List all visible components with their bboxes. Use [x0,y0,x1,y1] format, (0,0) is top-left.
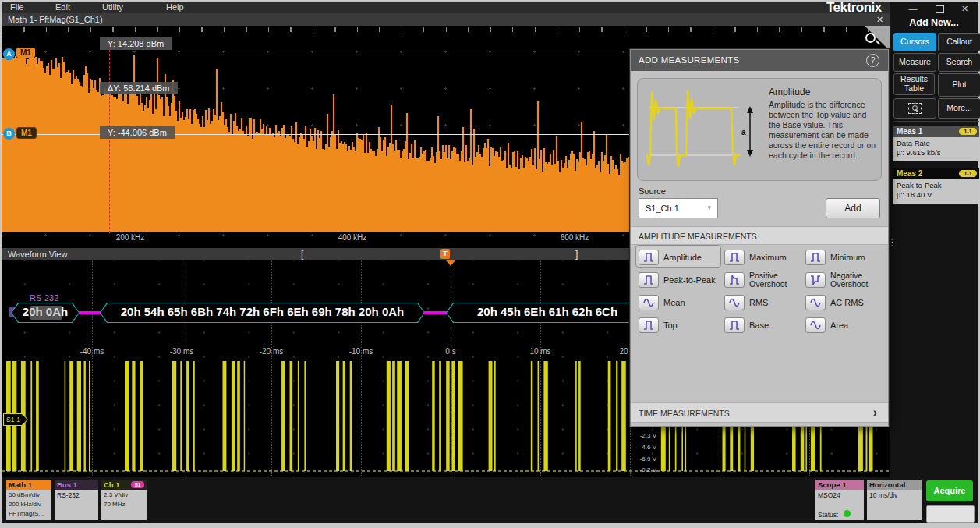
waveform-view-title: Waveform View [8,250,67,259]
ch1-bandwidth: 70 MHz [104,501,126,508]
scope1-badge[interactable]: Scope 1 MSO24 Status: [815,480,864,520]
base-glyph-icon [724,317,745,333]
measurement-label: Maximum [749,253,787,262]
measurement-label: Mean [663,299,685,307]
restore-icon[interactable] [936,5,944,13]
sidebar-zoom-tool-button[interactable] [893,98,936,119]
measurement-mean[interactable]: Mean [639,293,720,312]
help-icon[interactable]: ? [866,54,879,67]
sidebar-plot-button[interactable]: Plot [938,73,980,97]
menu-utility[interactable]: Utility [102,2,123,12]
time-tick-label: 0 s [429,347,472,356]
meas1-badge[interactable]: Meas 1 1-1 Data Rate µ': 9.615 kb/s [893,126,979,161]
zoom-tool-icon [908,103,922,114]
fft-view-title-bar[interactable]: Math 1- FftMag(S1_Ch1) ✕ [2,13,890,27]
source-dropdown[interactable]: S1_Ch 1 ▾ [639,198,718,218]
cursor-b-readout: Y: -44.006 dBm [100,126,175,139]
measurement-ac-rms[interactable]: AC RMS [805,293,886,312]
measurement-negative-overshoot[interactable]: Negative Overshoot [805,271,886,289]
meas2-badge[interactable]: Meas 2 1-1 Peak-to-Peak µ': 18.40 V [893,168,979,204]
cursor-a-source-badge: M1 [16,48,35,58]
sidebar-search-button[interactable]: Search [938,53,980,72]
sidebar-measure-button[interactable]: Measure [893,53,936,72]
math1-scale: 50 dBm/div [9,491,40,498]
settings-bar: Math 1 50 dBm/div 200 kHz/div FFTmag(S..… [2,477,978,523]
minimize-icon[interactable]: — [907,4,918,13]
measurement-label: Amplitude [663,253,702,262]
measurement-top[interactable]: Top [639,316,720,335]
voltage-scale-label: -9.2 V [622,466,656,473]
time-tick-label: -10 ms [339,347,383,356]
measurement-label: Negative Overshoot [830,271,879,289]
menu-edit[interactable]: Edit [55,2,70,12]
sidebar-title: Add New... [890,17,978,28]
measurement-amplitude[interactable]: Amplitude [639,248,720,267]
measurement-minimum[interactable]: Minimum [805,248,886,267]
dialog-title: ADD MEASUREMENTS [639,55,739,65]
math1-badge[interactable]: Math 1 50 dBm/div 200 kHz/div FFTmag(S..… [6,480,51,520]
voltage-scale-label: -2.3 V [622,432,656,439]
math1-function: FFTmag(S... [9,510,44,517]
positive-overshoot-glyph-icon [724,272,745,288]
rs232-packet: 20h 0Ah [11,303,80,323]
sidebar-results-table-button[interactable]: Results Table [893,73,935,95]
magnifier-icon[interactable] [865,33,876,43]
tekscope-application-window: File Edit Utility Help Tektronix Math 1-… [0,0,980,528]
measurement-description-panel: a Amplitude Amplitude is the difference … [637,78,882,181]
rs232-packet-data: 20h 54h 65h 6Bh 74h 72h 6Fh 6Eh 69h 78h … [100,305,425,318]
sidebar-more-button[interactable]: More... [938,98,980,119]
meas1-value: µ': 9.615 kb/s [893,147,979,157]
meas1-type: Data Rate [893,137,979,147]
packet-highlight-overlay [30,306,62,320]
ch1-badge[interactable]: Ch 1 S1 2.3 V/div 70 MHz [101,480,147,520]
menu-help[interactable]: Help [166,2,184,12]
acquire-button[interactable]: Acquire [926,480,973,501]
measurement-peak-to-peak[interactable]: Peak-to-Peak [639,271,720,289]
measurement-maximum[interactable]: Maximum [724,248,805,267]
source-value: S1_Ch 1 [646,204,679,213]
add-new-sidebar: — ✕ Add New... Cursors Callout Measure S… [890,2,978,477]
dialog-header[interactable]: ADD MEASUREMENTS ? [631,50,888,71]
measurement-area[interactable]: Area [805,316,886,335]
zoom-bracket-right[interactable]: ] [575,249,578,260]
measurement-rms[interactable]: RMS [724,293,805,312]
chevron-down-icon: ▾ [707,204,711,211]
measurement-label: Area [830,321,848,330]
acquire-secondary-button[interactable] [926,505,975,523]
negative-overshoot-glyph-icon [805,272,826,288]
sidebar-cursors-button[interactable]: Cursors [893,33,936,51]
math1-hscale: 200 kHz/div [9,501,41,508]
meas2-type: Peak-to-Peak [893,179,979,190]
maximum-glyph-icon [724,250,745,265]
ac-rms-glyph-icon [805,295,826,310]
menu-file[interactable]: File [10,2,24,12]
rs232-idle-segment [423,311,448,314]
horizontal-badge[interactable]: Horizontal 10 ms/div [867,480,922,520]
add-button[interactable]: Add [826,198,880,218]
sidebar-callout-button[interactable]: Callout [938,33,980,51]
add-measurements-dialog: ADD MEASUREMENTS ? a Amplitude Amplitude… [630,49,889,427]
source-label: Source [639,186,666,196]
measurement-base[interactable]: Base [724,316,805,335]
time-tick-label: 10 ms [518,347,562,356]
sidebar-divider [893,121,979,122]
zoom-bracket-left[interactable]: [ [301,249,303,260]
bus1-badge[interactable]: Bus 1 RS-232 [55,480,98,520]
minimum-glyph-icon [805,250,826,265]
time-section-header[interactable]: TIME MEASUREMENTS › [631,402,888,423]
menu-bar: File Edit Utility Help [2,2,890,13]
meas2-value: µ': 18.40 V [893,190,979,199]
cursor-delta-readout: ΔY: 58.214 dBm [100,82,178,94]
measurement-positive-overshoot[interactable]: Positive Overshoot [724,271,805,289]
rms-glyph-icon [724,295,745,310]
scope1-model: MSO24 [818,491,840,499]
time-tick-label: -40 ms [70,347,114,356]
trigger-marker[interactable]: T [440,249,450,259]
bus-decode-label: RS-232 [30,293,58,303]
close-icon[interactable]: ✕ [961,4,968,14]
cursor-b-source-badge: M1 [16,127,37,139]
panel-drag-handle-icon[interactable]: ⋮ [887,237,892,268]
mean-glyph-icon [639,295,659,310]
fft-close-icon[interactable]: ✕ [876,15,883,25]
voltage-scale-label: -6.9 V [622,455,656,462]
